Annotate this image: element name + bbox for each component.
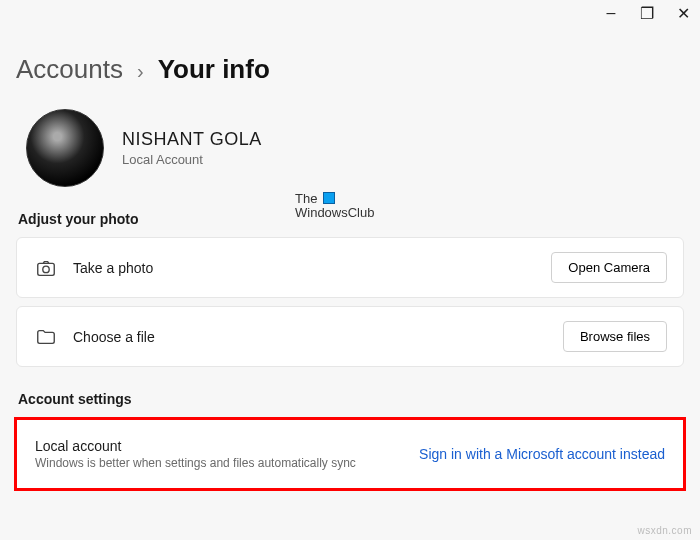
page-title: Your info	[158, 54, 270, 85]
choose-file-row: Choose a file Browse files	[16, 306, 684, 367]
sign-in-microsoft-link[interactable]: Sign in with a Microsoft account instead	[419, 446, 665, 462]
local-account-title: Local account	[35, 438, 419, 454]
local-account-row: Local account Windows is better when set…	[14, 417, 686, 491]
choose-file-label: Choose a file	[73, 329, 563, 345]
profile-name: NISHANT GOLA	[122, 129, 262, 150]
browse-files-button[interactable]: Browse files	[563, 321, 667, 352]
take-photo-label: Take a photo	[73, 260, 551, 276]
avatar	[26, 109, 104, 187]
svg-point-1	[43, 266, 49, 272]
camera-icon	[33, 255, 59, 281]
maximize-button[interactable]: ❐	[640, 6, 654, 20]
attribution: wsxdn.com	[637, 525, 692, 536]
close-button[interactable]: ✕	[676, 6, 690, 20]
profile-header: NISHANT GOLA Local Account	[26, 109, 684, 187]
watermark: The WindowsClub	[295, 192, 374, 221]
window-controls: – ❐ ✕	[604, 6, 690, 20]
breadcrumb: Accounts › Your info	[16, 54, 684, 85]
watermark-line2: WindowsClub	[295, 205, 374, 220]
profile-type: Local Account	[122, 152, 262, 167]
svg-rect-0	[38, 263, 55, 275]
watermark-line1: The	[295, 191, 317, 206]
watermark-logo-icon	[323, 192, 335, 204]
breadcrumb-parent[interactable]: Accounts	[16, 54, 123, 85]
open-camera-button[interactable]: Open Camera	[551, 252, 667, 283]
minimize-button[interactable]: –	[604, 6, 618, 20]
local-account-desc: Windows is better when settings and file…	[35, 456, 419, 470]
chevron-right-icon: ›	[137, 60, 144, 83]
section-title-account: Account settings	[18, 391, 684, 407]
take-photo-row: Take a photo Open Camera	[16, 237, 684, 298]
folder-icon	[33, 324, 59, 350]
